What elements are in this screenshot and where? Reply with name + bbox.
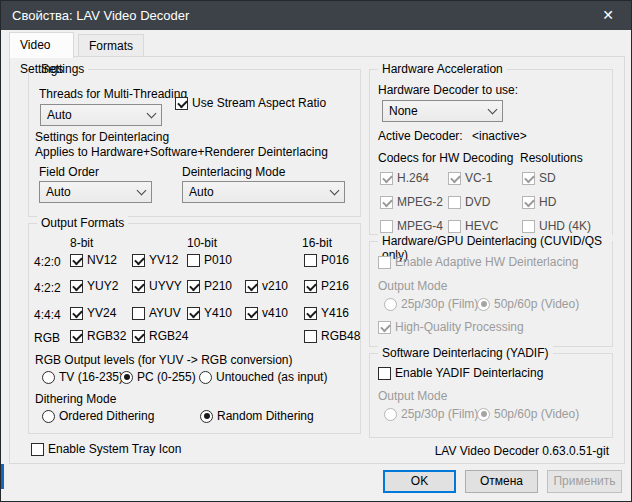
hw-decoder-dropdown[interactable]: None — [382, 100, 503, 122]
checkbox-y410[interactable]: Y410 — [187, 306, 232, 320]
checkbox-icon — [304, 254, 317, 267]
row-label-420: 4:2:0 — [34, 255, 61, 269]
checkbox-icon — [448, 196, 461, 209]
checkbox-icon — [175, 97, 188, 110]
checkbox-h264: H.264 — [380, 171, 429, 185]
checkbox-icon — [378, 321, 391, 334]
checkbox-p216[interactable]: P216 — [304, 279, 349, 293]
checkbox-mpeg2: MPEG-2 — [380, 195, 443, 209]
sw-output-mode-label: Output Mode — [378, 389, 447, 403]
ok-button[interactable]: OK — [383, 470, 456, 493]
rgb-levels-label: RGB Output levels (for YUV -> RGB conver… — [35, 353, 293, 367]
radio-icon — [42, 371, 55, 384]
radio-icon — [477, 298, 490, 311]
checkbox-p210[interactable]: P210 — [187, 279, 232, 293]
codecs-header: Codecs for HW Decoding — [378, 151, 513, 165]
radio-sw-film: 25p/30p (Film) — [384, 407, 478, 421]
row-label-444: 4:4:4 — [34, 308, 61, 322]
checkbox-uyvy[interactable]: UYVY — [132, 279, 182, 293]
row-label-422: 4:2:2 — [34, 281, 61, 295]
tab-video-settings[interactable]: Video Settings — [9, 32, 74, 58]
checkbox-icon — [132, 254, 145, 267]
radio-icon — [384, 408, 397, 421]
checkbox-icon — [187, 254, 200, 267]
chevron-down-icon — [147, 108, 157, 118]
checkbox-icon — [70, 254, 83, 267]
radio-icon — [120, 371, 133, 384]
checkbox-mpeg4: MPEG-4 — [380, 219, 443, 233]
active-decoder-value: <inactive> — [472, 129, 527, 143]
col-header-16bit: 16-bit — [302, 236, 332, 250]
checkbox-rgb24[interactable]: RGB24 — [132, 329, 188, 343]
checkbox-ayuv[interactable]: AYUV — [132, 306, 181, 320]
checkbox-icon — [70, 330, 83, 343]
radio-pc-levels[interactable]: PC (0-255) — [120, 370, 196, 384]
version-text: LAV Video Decoder 0.63.0.51-git — [435, 444, 609, 458]
radio-tv-levels[interactable]: TV (16-235) — [42, 370, 123, 384]
checkbox-icon — [132, 280, 145, 293]
checkbox-rgb32[interactable]: RGB32 — [70, 329, 126, 343]
checkbox-yv24[interactable]: YV24 — [70, 306, 116, 320]
radio-untouched-levels[interactable]: Untouched (as input) — [199, 370, 327, 384]
checkbox-icon — [31, 443, 44, 456]
radio-ordered-dithering[interactable]: Ordered Dithering — [42, 409, 154, 423]
checkbox-icon — [522, 172, 535, 185]
checkbox-uhd4k: UHD (4K) — [522, 219, 591, 233]
hw-output-mode-label: Output Mode — [378, 279, 447, 293]
software-deinterlacing-group-label: Software Deinterlacing (YADIF) — [378, 346, 553, 360]
checkbox-icon — [245, 307, 258, 320]
radio-hw-video: 50p/60p (Video) — [477, 297, 579, 311]
close-icon[interactable]: ✕ — [585, 1, 631, 30]
settings-group: Settings Threads for Multi-Threading Aut… — [28, 69, 361, 217]
software-deinterlacing-group: Software Deinterlacing (YADIF) Enable YA… — [369, 353, 613, 438]
checkbox-p010[interactable]: P010 — [187, 253, 232, 267]
checkbox-yv12[interactable]: YV12 — [132, 253, 178, 267]
checkbox-icon — [132, 330, 145, 343]
checkbox-yuy2[interactable]: YUY2 — [70, 279, 118, 293]
apply-button: Применить — [547, 470, 622, 493]
radio-icon — [384, 298, 397, 311]
radio-icon — [42, 410, 55, 423]
chevron-down-icon — [330, 185, 340, 195]
cancel-button[interactable]: Отмена — [465, 470, 538, 493]
hw-decoder-label: Hardware Decoder to use: — [378, 83, 518, 97]
checkbox-icon — [132, 307, 145, 320]
checkbox-nv12[interactable]: NV12 — [70, 253, 117, 267]
checkbox-v410[interactable]: v410 — [245, 306, 288, 320]
radio-hw-film: 25p/30p (Film) — [384, 297, 478, 311]
threads-label: Threads for Multi-Threading — [39, 87, 187, 101]
checkbox-p016[interactable]: P016 — [304, 253, 349, 267]
hardware-acceleration-group-label: Hardware Acceleration — [378, 62, 507, 76]
high-quality-processing-checkbox: High-Quality Processing — [378, 320, 524, 334]
resolutions-header: Resolutions — [520, 151, 583, 165]
checkbox-icon — [245, 280, 258, 293]
checkbox-dvd: DVD — [448, 195, 490, 209]
radio-random-dithering[interactable]: Random Dithering — [200, 409, 314, 423]
enable-system-tray-icon-checkbox[interactable]: Enable System Tray Icon — [31, 442, 181, 456]
chevron-down-icon — [137, 185, 147, 195]
dithering-mode-label: Dithering Mode — [35, 392, 116, 406]
field-order-dropdown[interactable]: Auto — [39, 181, 152, 203]
col-header-10bit: 10-bit — [187, 236, 217, 250]
checkbox-icon — [380, 220, 393, 233]
window-title: Свойства: LAV Video Decoder — [12, 1, 189, 30]
checkbox-icon — [304, 280, 317, 293]
checkbox-icon — [380, 172, 393, 185]
checkbox-icon — [304, 330, 317, 343]
checkbox-icon — [522, 196, 535, 209]
checkbox-hevc: HEVC — [448, 219, 498, 233]
checkbox-vc1: VC-1 — [448, 171, 492, 185]
checkbox-rgb48[interactable]: RGB48 — [304, 329, 360, 343]
enable-yadif-checkbox[interactable]: Enable YADIF Deinterlacing — [378, 366, 543, 380]
deinterlacing-settings-title: Settings for Deinterlacing — [35, 130, 169, 144]
row-label-rgb: RGB — [34, 331, 60, 345]
checkbox-v210[interactable]: v210 — [245, 279, 288, 293]
deinterlacing-mode-dropdown[interactable]: Auto — [182, 181, 345, 203]
checkbox-icon — [304, 307, 317, 320]
threads-dropdown[interactable]: Auto — [40, 104, 162, 126]
checkbox-icon — [187, 307, 200, 320]
use-stream-aspect-ratio-checkbox[interactable]: Use Stream Aspect Ratio — [175, 96, 326, 110]
tab-formats[interactable]: Formats — [78, 34, 144, 57]
radio-icon — [199, 371, 212, 384]
checkbox-y416[interactable]: Y416 — [304, 306, 349, 320]
